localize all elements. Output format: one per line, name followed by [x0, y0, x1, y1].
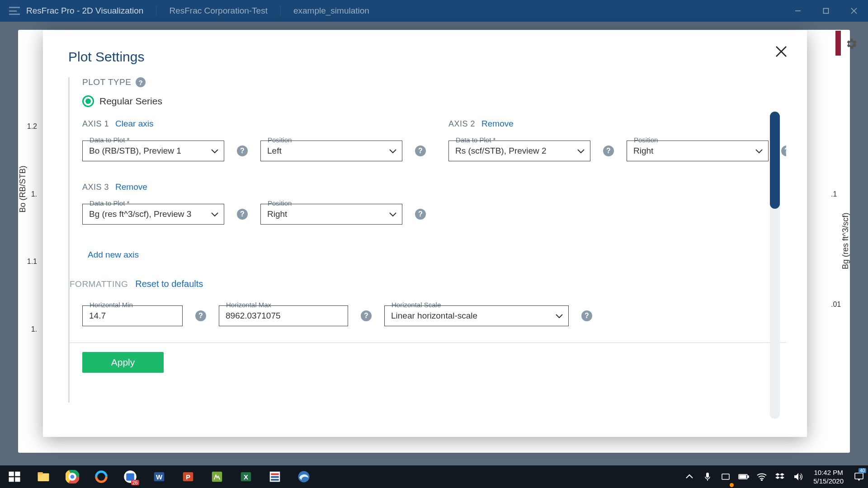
radio-icon [82, 95, 94, 107]
help-icon[interactable]: ? [415, 209, 426, 220]
help-icon[interactable]: ? [195, 310, 206, 321]
svg-rect-35 [722, 474, 729, 479]
octave-icon[interactable] [87, 465, 116, 488]
tray-mic-icon[interactable] [698, 465, 717, 488]
axis2-remove-link[interactable]: Remove [481, 119, 514, 129]
help-icon[interactable]: ? [415, 145, 426, 156]
help-icon[interactable]: ? [136, 77, 146, 87]
plot-settings-dialog: Plot Settings PLOT TYPE ? Regular Series… [43, 30, 807, 437]
title-bar: ResFrac Pro - 2D Visualization ResFrac C… [0, 0, 868, 22]
axis1-tag: AXIS 1 [82, 119, 109, 129]
notifications-icon[interactable]: 40 [850, 465, 868, 488]
axis1-position-select[interactable]: Left [260, 141, 402, 161]
svg-rect-37 [748, 476, 749, 478]
chevron-down-icon [755, 146, 763, 156]
help-icon[interactable]: ? [781, 145, 786, 156]
help-icon[interactable]: ? [361, 310, 372, 321]
resfrac-icon[interactable] [260, 465, 289, 488]
horizontal-scale-select[interactable]: Linear horizontal-scale [384, 305, 569, 326]
chevron-down-icon [556, 311, 563, 321]
dialog-title: Plot Settings [68, 49, 786, 65]
help-icon[interactable]: ? [603, 145, 614, 156]
chevron-down-icon [211, 209, 218, 219]
radio-regular-series[interactable]: Regular Series [82, 95, 786, 107]
axis3-position-select[interactable]: Right [260, 204, 402, 225]
svg-rect-31 [271, 476, 279, 478]
svg-rect-8 [9, 477, 14, 482]
tray-battery-icon[interactable] [735, 465, 753, 488]
start-button[interactable] [0, 465, 29, 488]
svg-rect-34 [706, 473, 709, 478]
chevron-down-icon [211, 146, 218, 156]
chevron-down-icon [389, 209, 396, 219]
chevron-down-icon [389, 146, 396, 156]
powerpoint-icon[interactable]: P [174, 465, 203, 488]
y-axis-left-ticks: 1.2 1. 1.1 1. [24, 127, 37, 434]
tray-wifi-icon[interactable] [753, 465, 771, 488]
help-icon[interactable]: ? [581, 310, 592, 321]
tray-volume-icon[interactable] [789, 465, 807, 488]
plot-type-heading: PLOT TYPE ? [82, 77, 786, 87]
svg-rect-7 [15, 472, 20, 476]
excel-icon[interactable]: X [231, 465, 260, 488]
app-title: ResFrac Pro - 2D Visualization [26, 6, 156, 16]
gear-icon[interactable] [844, 37, 858, 51]
svg-text:X: X [244, 473, 248, 481]
taskbar-clock[interactable]: 10:42 PM 5/15/2020 [807, 468, 850, 486]
close-dialog-button[interactable] [774, 45, 788, 60]
axis2-position-select[interactable]: Right [627, 141, 769, 161]
scrollbar[interactable] [770, 112, 780, 419]
divider [70, 343, 786, 343]
tray-overflow-icon[interactable] [680, 465, 698, 488]
axis2-data-select[interactable]: Rs (scf/STB), Preview 2 [448, 141, 590, 161]
svg-rect-32 [271, 479, 279, 481]
svg-rect-38 [740, 475, 746, 478]
axis1-clear-link[interactable]: Clear axis [115, 119, 153, 129]
app-logo-icon [9, 7, 20, 15]
minimize-button[interactable] [784, 0, 812, 22]
breadcrumb[interactable]: example_simulation [281, 6, 382, 16]
reset-defaults-link[interactable]: Reset to defaults [135, 279, 203, 289]
breadcrumb[interactable]: ResFrac Corporation-Test [156, 6, 281, 16]
axis1-data-select[interactable]: Bo (RB/STB), Preview 1 [82, 141, 224, 161]
word-icon[interactable]: W [145, 465, 174, 488]
chrome-icon[interactable] [58, 465, 87, 488]
svg-rect-30 [271, 474, 279, 475]
svg-rect-1 [824, 9, 829, 14]
maximize-button[interactable] [812, 0, 840, 22]
scrollbar-thumb[interactable] [770, 112, 780, 209]
series-swatch [835, 31, 841, 56]
edge-icon[interactable] [289, 465, 318, 488]
svg-text:W: W [156, 473, 163, 481]
windows-taskbar: 26 W P X 10:42 PM 5/15/2020 40 [0, 465, 868, 488]
svg-rect-11 [38, 472, 43, 474]
add-new-axis-link[interactable]: Add new axis [88, 250, 139, 260]
apply-button[interactable]: Apply [82, 352, 164, 373]
chevron-down-icon [577, 146, 585, 156]
horizontal-min-input[interactable]: 14.7 [82, 305, 183, 326]
help-icon[interactable]: ? [237, 145, 248, 156]
file-explorer-icon[interactable] [29, 465, 58, 488]
svg-rect-9 [15, 477, 20, 482]
axis3-remove-link[interactable]: Remove [115, 182, 147, 192]
close-button[interactable] [840, 0, 868, 22]
calendar-icon[interactable]: 26 [116, 465, 145, 488]
app-icon[interactable] [203, 465, 231, 488]
axis3-tag: AXIS 3 [82, 183, 109, 192]
help-icon[interactable]: ? [237, 209, 248, 220]
axis2-tag: AXIS 2 [448, 119, 475, 129]
svg-rect-40 [855, 473, 863, 479]
y-axis-right-ticks: .1 .01 [831, 127, 844, 434]
svg-rect-6 [9, 472, 14, 476]
axis3-data-select[interactable]: Bg (res ft^3/scf), Preview 3 [82, 204, 224, 225]
formatting-heading: FORMATTING [70, 279, 128, 289]
svg-rect-10 [38, 474, 49, 482]
svg-point-39 [761, 479, 762, 480]
svg-text:P: P [186, 473, 190, 481]
tray-dropbox-icon[interactable] [771, 465, 789, 488]
horizontal-max-input[interactable]: 8962.0371075 [219, 305, 348, 326]
tray-language-icon[interactable] [717, 465, 735, 488]
